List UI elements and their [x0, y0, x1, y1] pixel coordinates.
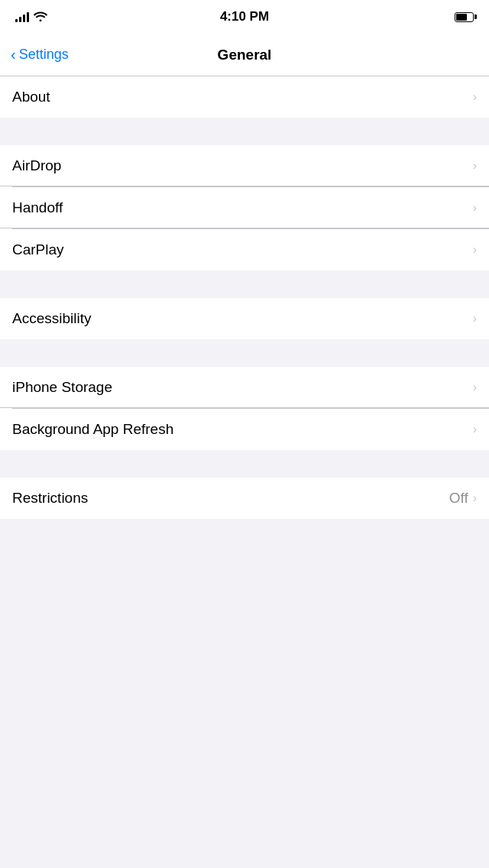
iphone-storage-label: iPhone Storage [12, 379, 112, 396]
list-item-background-app-refresh[interactable]: Background App Refresh › [0, 409, 489, 450]
accessibility-label: Accessibility [12, 310, 91, 327]
section-restrictions: Restrictions Off › [0, 478, 489, 519]
section-accessibility: Accessibility › [0, 298, 489, 339]
section-gap-1 [0, 118, 489, 145]
handoff-label: Handoff [12, 199, 63, 216]
list-item-accessibility[interactable]: Accessibility › [0, 298, 489, 339]
status-left [15, 11, 47, 24]
wifi-icon [34, 11, 47, 24]
section-gap-3 [0, 339, 489, 367]
status-bar: 4:10 PM [0, 0, 489, 34]
restrictions-value: Off [449, 490, 468, 507]
list-item-carplay[interactable]: CarPlay › [0, 229, 489, 270]
list-item-airdrop[interactable]: AirDrop › [0, 145, 489, 186]
accessibility-right: › [473, 312, 477, 326]
chevron-icon: › [473, 201, 477, 215]
signal-bars-icon [15, 11, 29, 22]
about-right: › [473, 90, 477, 104]
chevron-icon: › [473, 159, 477, 173]
restrictions-label: Restrictions [12, 490, 88, 507]
chevron-icon: › [473, 423, 477, 436]
back-label: Settings [19, 47, 69, 63]
list-item-handoff[interactable]: Handoff › [0, 187, 489, 228]
back-chevron-icon: ‹ [11, 47, 16, 62]
section-gap-2 [0, 270, 489, 298]
restrictions-right: Off › [449, 490, 477, 507]
background-app-refresh-label: Background App Refresh [12, 421, 173, 438]
status-right [455, 12, 474, 22]
background-app-refresh-right: › [473, 423, 477, 436]
list-item-about[interactable]: About › [0, 76, 489, 118]
list-item-restrictions[interactable]: Restrictions Off › [0, 478, 489, 519]
chevron-icon: › [473, 312, 477, 326]
chevron-icon: › [473, 381, 477, 394]
carplay-right: › [473, 243, 477, 257]
airdrop-label: AirDrop [12, 157, 61, 174]
list-item-iphone-storage[interactable]: iPhone Storage › [0, 367, 489, 408]
about-label: About [12, 89, 50, 105]
section-connectivity: AirDrop › Handoff › CarPlay › [0, 145, 489, 270]
page-title: General [218, 47, 272, 63]
carplay-label: CarPlay [12, 241, 64, 258]
handoff-right: › [473, 201, 477, 215]
nav-bar: ‹ Settings General [0, 34, 489, 76]
chevron-icon: › [473, 90, 477, 104]
status-time: 4:10 PM [220, 9, 269, 24]
section-gap-4 [0, 450, 489, 478]
chevron-icon: › [473, 243, 477, 257]
iphone-storage-right: › [473, 381, 477, 394]
back-button[interactable]: ‹ Settings [11, 47, 69, 63]
section-storage: iPhone Storage › Background App Refresh … [0, 367, 489, 450]
battery-icon [455, 12, 474, 22]
chevron-icon: › [473, 491, 477, 505]
section-about: About › [0, 76, 489, 118]
airdrop-right: › [473, 159, 477, 173]
